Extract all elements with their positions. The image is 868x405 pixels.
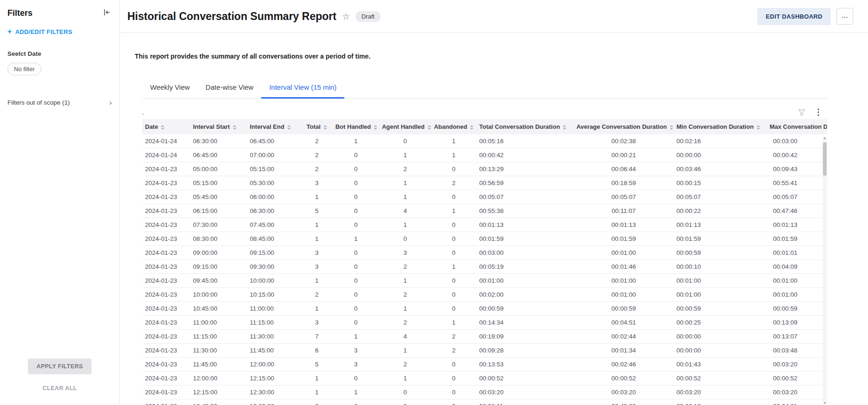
table-row[interactable]: 2024-01-2305:00:0005:15:00202000:13:2900…	[142, 162, 827, 176]
table-cell: 2	[301, 162, 333, 176]
table-cell: 12:15:00	[247, 372, 301, 385]
table-cell: 2	[379, 358, 431, 372]
table-scrollbar[interactable]: ▲ ▼	[822, 136, 827, 405]
table-row[interactable]: 2024-01-2311:15:0011:30:00714200:19:0900…	[142, 330, 827, 344]
table-row[interactable]: 2024-01-2309:00:0009:15:00303000:03:0000…	[142, 246, 827, 260]
column-header-min-conversation-duration[interactable]: Min Conversation Duration	[674, 119, 767, 134]
table-cell: 0	[431, 246, 476, 260]
sort-icon[interactable]	[470, 125, 473, 130]
sort-icon[interactable]	[323, 125, 327, 130]
table-cell: 2024-01-23	[142, 176, 190, 190]
column-header-total[interactable]: Total	[301, 119, 333, 134]
column-header-bot-handled[interactable]: Bot Handled	[333, 119, 379, 134]
sort-icon[interactable]	[563, 125, 566, 130]
table-cell: 10:45:00	[190, 302, 247, 316]
column-header-interval-start[interactable]: Interval Start	[190, 119, 247, 134]
table-cell: 12:30:00	[247, 385, 301, 399]
table-row[interactable]: 2024-01-2406:30:0006:45:00210100:05:1600…	[142, 134, 827, 148]
sort-icon[interactable]	[374, 125, 377, 130]
edit-dashboard-button[interactable]: EDIT DASHBOARD	[757, 8, 831, 25]
column-header-max-conversation-duration[interactable]: Max Conversation Duration	[767, 119, 827, 134]
tab-interval-view-15-min[interactable]: Interval View (15 min)	[261, 78, 344, 98]
sort-icon[interactable]	[233, 125, 237, 130]
sort-icon[interactable]	[161, 125, 164, 130]
table-cell: 00:02:16	[674, 134, 767, 148]
table-cell: 00:03:46	[674, 162, 767, 176]
table-row[interactable]: 2024-01-2309:45:0010:00:00101000:01:0000…	[142, 274, 827, 288]
sort-icon[interactable]	[756, 125, 760, 130]
table-row[interactable]: 2024-01-2311:45:0012:00:00532000:13:5300…	[142, 358, 827, 372]
table-cell: 2	[301, 288, 333, 302]
table-cell: 06:00:00	[247, 190, 301, 204]
table-row[interactable]: 2024-01-2311:30:0011:45:00631200:09:2800…	[142, 344, 827, 358]
table-cell: 00:02:00	[476, 288, 573, 302]
column-header-date[interactable]: Date	[142, 119, 190, 134]
table-cell: 05:15:00	[247, 162, 301, 176]
table-row[interactable]: 2024-01-2406:45:0007:00:00201100:00:4200…	[142, 148, 827, 162]
add-edit-filters-button[interactable]: + ADD/EDIT FILTERS	[7, 28, 112, 35]
table-cell: 00:00:15	[674, 176, 767, 190]
table-cell: 00:47:46	[767, 204, 827, 218]
collapse-sidebar-icon[interactable]	[102, 7, 112, 19]
apply-filters-button[interactable]: APPLY FILTERS	[28, 359, 91, 374]
table-row[interactable]: 2024-01-2305:15:0005:30:00301200:56:5900…	[142, 176, 827, 190]
report-content: This report provides the summary of all …	[120, 33, 868, 405]
sort-icon[interactable]	[670, 125, 673, 130]
page-title: Historical Conversation Summary Report	[127, 10, 336, 23]
table-cell: 1	[379, 274, 431, 288]
table-row[interactable]: 2024-01-2312:45:0013:00:00330002:06:1100…	[142, 399, 827, 405]
table-cell: 0	[431, 162, 476, 176]
more-options-button[interactable]: ...	[836, 8, 853, 25]
table-cell: 0	[431, 232, 476, 246]
table-cell: 08:30:00	[190, 232, 247, 246]
table-cell: 02:04:21	[767, 399, 827, 405]
filter-icon[interactable]	[798, 108, 806, 116]
column-label: Date	[145, 123, 158, 130]
table-cell: 00:00:25	[674, 316, 767, 330]
table-row[interactable]: 2024-01-2312:15:0012:30:00110000:03:2000…	[142, 385, 827, 399]
view-tabs: Weekly ViewDate-wise ViewInterval View (…	[142, 78, 827, 99]
scroll-up-icon[interactable]: ▲	[822, 136, 827, 139]
table-row[interactable]: 2024-01-2305:45:0006:00:00101000:05:0700…	[142, 190, 827, 204]
table-cell: 2024-01-23	[142, 246, 190, 260]
table-cell: 11:15:00	[247, 316, 301, 330]
no-filter-chip[interactable]: No filter	[7, 63, 41, 75]
table-cell: 11:45:00	[247, 344, 301, 358]
table-row[interactable]: 2024-01-2309:15:0009:30:00302100:05:1900…	[142, 260, 827, 274]
column-header-abandoned[interactable]: Abandoned	[431, 119, 476, 134]
table-row[interactable]: 2024-01-2308:30:0008:45:00110000:01:5900…	[142, 232, 827, 246]
table-row[interactable]: 2024-01-2312:00:0012:15:00101000:00:5200…	[142, 372, 827, 385]
sort-icon[interactable]	[427, 125, 431, 130]
column-label: Interval End	[250, 123, 284, 130]
column-header-interval-end[interactable]: Interval End	[247, 119, 301, 134]
tab-weekly-view[interactable]: Weekly View	[142, 78, 197, 98]
table-row[interactable]: 2024-01-2310:00:0010:15:00202000:02:0000…	[142, 288, 827, 302]
table-cell: 3	[333, 399, 379, 405]
table-cell: 00:01:00	[574, 288, 674, 302]
column-header-agent-handled[interactable]: Agent Handled	[379, 119, 431, 134]
sidebar-footer: APPLY FILTERS CLEAR ALL	[7, 359, 112, 395]
table-cell: 00:00:59	[674, 302, 767, 316]
table-cell: 09:30:00	[247, 260, 301, 274]
table-row[interactable]: 2024-01-2310:45:0011:00:00101000:00:5900…	[142, 302, 827, 316]
table-cell: 2	[379, 316, 431, 330]
table-row[interactable]: 2024-01-2306:15:0006:30:00504100:55:3800…	[142, 204, 827, 218]
table-cell: 00:03:48	[767, 344, 827, 358]
filters-out-of-scope-row[interactable]: Filters out of scope (1) ›	[7, 99, 112, 106]
table-cell: 00:03:20	[476, 385, 573, 399]
scroll-down-icon[interactable]: ▼	[822, 401, 827, 405]
table-row[interactable]: 2024-01-2311:00:0011:15:00302100:14:3400…	[142, 316, 827, 330]
report-description: This report provides the summary of all …	[135, 53, 827, 60]
scrollbar-thumb[interactable]	[823, 142, 827, 176]
table-cell: 1	[333, 134, 379, 148]
draft-badge: Draft	[355, 11, 381, 22]
column-header-total-conversation-duration[interactable]: Total Conversation Duration	[476, 119, 573, 134]
star-icon[interactable]: ☆	[342, 12, 350, 21]
tab-date-wise-view[interactable]: Date-wise View	[197, 78, 261, 98]
table-row[interactable]: 2024-01-2307:30:0007:45:00101000:01:1300…	[142, 218, 827, 232]
clear-all-button[interactable]: CLEAR ALL	[40, 385, 80, 392]
table-cell: 00:18:59	[574, 176, 674, 190]
kebab-menu-icon[interactable]: ⋮	[814, 108, 822, 116]
sort-icon[interactable]	[287, 125, 291, 130]
column-header-average-conversation-duration[interactable]: Average Conversation Duration	[574, 119, 674, 134]
